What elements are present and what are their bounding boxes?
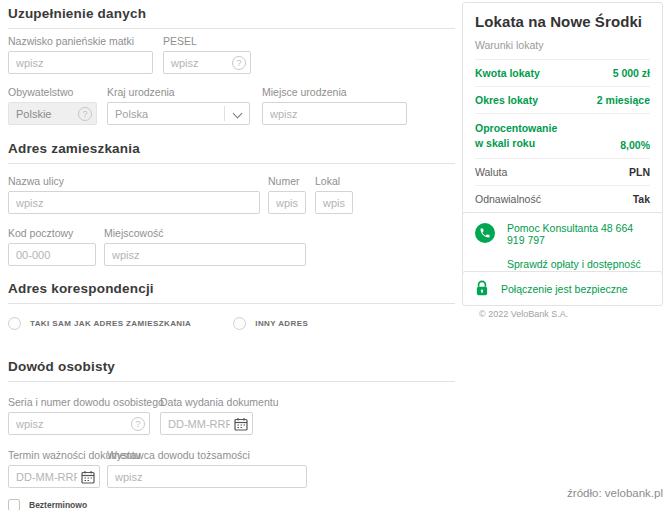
chevron-down-icon[interactable]	[233, 109, 243, 119]
section-title: Adres zamieszkania	[8, 141, 455, 164]
deposit-summary-card: Lokata na Nowe Środki Warunki lokaty Kwo…	[462, 2, 663, 245]
city-input[interactable]	[104, 243, 306, 266]
deposit-subtitle: Warunki lokaty	[475, 39, 650, 60]
birth-place-label: Miejsce urodzenia	[262, 86, 407, 98]
section-personal-data: Uzupełnienie danych Nazwisko panieńskie …	[8, 6, 455, 125]
postal-code-input[interactable]	[8, 243, 96, 266]
indefinite-checkbox-label: Bezterminowo	[29, 500, 87, 510]
source-attribution: źródło: velobank.pl	[567, 487, 663, 499]
secure-connection-card: Połączenie jest bezpieczne	[462, 271, 663, 306]
question-circle-icon[interactable]	[232, 56, 246, 70]
birth-country-label: Kraj urodzenia	[107, 86, 250, 98]
indefinite-checkbox-row[interactable]: Bezterminowo	[8, 499, 455, 510]
select-divider	[224, 106, 225, 121]
summary-row-interest: Oprocentowanie w skali roku 8,00%	[475, 114, 650, 159]
summary-row-currency: Waluta PLN	[475, 159, 650, 186]
section-title: Dowód osobisty	[8, 359, 455, 382]
id-series-label: Seria i numer dowodu osobistego	[8, 396, 150, 408]
radio-button-icon[interactable]	[8, 317, 21, 330]
phone-icon	[475, 223, 495, 243]
question-circle-icon[interactable]	[131, 417, 145, 431]
radio-button-icon[interactable]	[233, 317, 246, 330]
fees-availability-link[interactable]: Sprawdź opłaty i dostępność	[507, 258, 641, 272]
section-title: Adres korespondencji	[8, 281, 455, 304]
street-label: Nazwa ulicy	[8, 175, 260, 187]
flat-number-label: Lokal	[315, 175, 353, 187]
summary-row-renewable: Odnawialność Tak	[475, 186, 650, 213]
checkbox-icon[interactable]	[8, 499, 20, 510]
pesel-label: PESEL	[163, 35, 251, 47]
issue-date-label: Data wydania dokumentu	[160, 396, 253, 408]
expiry-date-label: Termin ważności dokumentu	[8, 449, 100, 461]
calendar-icon[interactable]	[81, 470, 95, 484]
id-series-input[interactable]	[8, 412, 150, 435]
birth-country-selected-value: Polska	[115, 108, 148, 120]
citizenship-label: Obywatelstwo	[8, 86, 97, 98]
house-number-label: Numer	[268, 175, 306, 187]
mother-maiden-name-label: Nazwisko panieńskie matki	[8, 35, 153, 47]
radio-same-address[interactable]: TAKI SAM JAK ADRES ZAMIESZKANIA	[8, 317, 191, 330]
lock-icon	[475, 280, 489, 297]
summary-row-period: Okres lokaty 2 miesiące	[475, 87, 650, 114]
section-id-card: Dowód osobisty Seria i numer dowodu osob…	[8, 359, 455, 510]
flat-number-input[interactable]	[315, 191, 353, 214]
street-input[interactable]	[8, 191, 260, 214]
deposit-title: Lokata na Nowe Środki	[475, 13, 650, 30]
house-number-input[interactable]	[268, 191, 306, 214]
city-label: Miejscowość	[104, 227, 306, 239]
radio-other-address[interactable]: INNY ADRES	[233, 317, 308, 330]
radio-same-address-label: TAKI SAM JAK ADRES ZAMIESZKANIA	[30, 319, 191, 328]
id-issuer-label: Wystawca dowodu tożsamości	[107, 449, 307, 461]
secure-connection-text: Połączenie jest bezpieczne	[501, 283, 628, 295]
id-issuer-input[interactable]	[107, 465, 307, 488]
section-residence-address: Adres zamieszkania Nazwa ulicy Numer Lok…	[8, 141, 455, 266]
section-title: Uzupełnienie danych	[8, 6, 455, 29]
birth-place-input[interactable]	[262, 102, 407, 125]
calendar-icon[interactable]	[234, 417, 248, 431]
birth-country-select[interactable]: Polska	[107, 102, 250, 125]
summary-row-amount: Kwota lokaty 5 000 zł	[475, 60, 650, 87]
mother-maiden-name-input[interactable]	[8, 51, 153, 74]
section-correspondence-address: Adres korespondencji TAKI SAM JAK ADRES …	[8, 281, 455, 330]
radio-other-address-label: INNY ADRES	[255, 319, 308, 328]
copyright-text: © 2022 VeloBank S.A.	[479, 309, 568, 319]
question-circle-icon[interactable]	[78, 107, 92, 121]
postal-code-label: Kod pocztowy	[8, 227, 96, 239]
consultant-phone-text: Pomoc Konsultanta 48 664 919 797	[507, 222, 650, 246]
